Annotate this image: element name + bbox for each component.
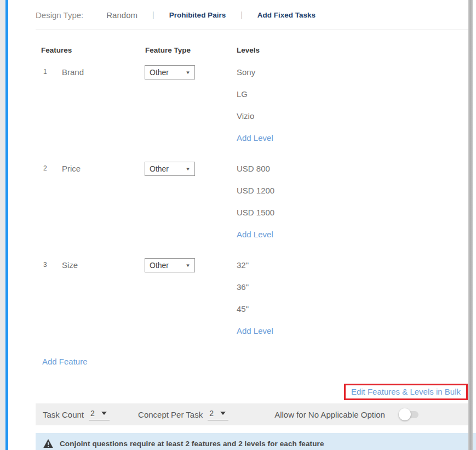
bulk-edit-wrap: Edit Features & Levels in Bulk	[36, 384, 468, 400]
separator: |	[152, 10, 154, 19]
no-applicable-option-label: Allow for No Applicable Option	[274, 410, 385, 419]
concept-per-task-value: 2	[209, 409, 214, 418]
chevron-down-icon	[101, 412, 107, 415]
level-value[interactable]: 32"	[237, 254, 468, 276]
task-count-value: 2	[90, 409, 95, 418]
add-level-link[interactable]: Add Level	[237, 127, 273, 149]
scrollbar-thumb[interactable]	[468, 0, 473, 450]
feature-index: 2	[36, 158, 62, 246]
feature-type-column-header: Feature Type	[143, 39, 233, 61]
feature-row: 1 Brand Other ▼ SonyLGVizioAdd Level	[36, 61, 468, 149]
feature-type-value: Other	[150, 261, 169, 270]
warning-banner: Conjoint questions require at least 2 fe…	[36, 433, 476, 450]
red-annotation-box: Edit Features & Levels in Bulk	[344, 384, 468, 400]
feature-name[interactable]: Size	[62, 254, 143, 342]
accent-bar	[5, 0, 8, 450]
chevron-down-icon: ▼	[185, 263, 191, 268]
feature-row: 2 Price Other ▼ USD 800USD 1200USD 1500A…	[36, 158, 468, 246]
chevron-down-icon: ▼	[185, 70, 191, 75]
feature-type-cell: Other ▼	[143, 61, 233, 149]
level-value[interactable]: Vizio	[237, 105, 468, 127]
levels-list: 32"36"45"Add Level	[233, 254, 468, 342]
feature-type-value: Other	[150, 68, 169, 77]
feature-type-select[interactable]: Other ▼	[145, 65, 195, 79]
feature-type-cell: Other ▼	[143, 158, 233, 246]
level-value[interactable]: 36"	[237, 276, 468, 298]
warning-triangle-icon	[43, 439, 53, 448]
warning-text: Conjoint questions require at least 2 fe…	[60, 440, 324, 448]
level-value[interactable]: 45"	[237, 298, 468, 320]
concept-per-task-group: Concept Per Task 2	[138, 409, 228, 420]
feature-name[interactable]: Price	[62, 158, 143, 246]
feature-name[interactable]: Brand	[62, 61, 143, 149]
features-table-header: Features Feature Type Levels	[36, 39, 468, 61]
conjoint-design-page: Design Type: Random | Prohibited Pairs |…	[0, 0, 476, 450]
design-type-label: Design Type:	[36, 10, 83, 20]
level-value[interactable]: USD 1200	[237, 180, 468, 202]
content-area: Design Type: Random | Prohibited Pairs |…	[36, 0, 468, 450]
add-fixed-tasks-link[interactable]: Add Fixed Tasks	[257, 11, 316, 19]
feature-type-select[interactable]: Other ▼	[145, 258, 195, 272]
no-applicable-option-group: Allow for No Applicable Option	[274, 408, 418, 420]
level-value[interactable]: Sony	[237, 61, 468, 83]
separator: |	[240, 10, 243, 19]
levels-list: USD 800USD 1200USD 1500Add Level	[233, 158, 468, 246]
add-level-link[interactable]: Add Level	[237, 224, 273, 246]
levels-column-header: Levels	[233, 39, 468, 61]
feature-index: 3	[36, 254, 62, 342]
task-count-group: Task Count 2	[43, 409, 110, 420]
add-level-link[interactable]: Add Level	[237, 320, 273, 342]
chevron-down-icon: ▼	[185, 167, 191, 172]
prohibited-pairs-link[interactable]: Prohibited Pairs	[169, 11, 226, 19]
chevron-down-icon	[220, 412, 226, 415]
levels-list: SonyLGVizioAdd Level	[233, 61, 468, 149]
concept-per-task-select[interactable]: 2	[208, 409, 228, 420]
design-type-bar: Design Type: Random | Prohibited Pairs |…	[36, 0, 468, 30]
level-value[interactable]: USD 800	[237, 158, 468, 180]
edit-features-levels-bulk-link[interactable]: Edit Features & Levels in Bulk	[351, 387, 461, 396]
level-value[interactable]: USD 1500	[237, 202, 468, 224]
design-type-option-random[interactable]: Random	[106, 10, 137, 20]
task-settings-bar: Task Count 2 Concept Per Task 2 Allow fo…	[36, 403, 468, 425]
feature-index: 1	[36, 61, 62, 149]
add-feature-link[interactable]: Add Feature	[36, 351, 88, 373]
page-gutter	[0, 0, 5, 450]
feature-row: 3 Size Other ▼ 32"36"45"Add Level	[36, 254, 468, 342]
features-column-header: Features	[36, 39, 143, 61]
task-count-select[interactable]: 2	[89, 409, 110, 420]
toggle-knob	[399, 408, 411, 420]
feature-type-value: Other	[150, 164, 169, 173]
features-table-body: 1 Brand Other ▼ SonyLGVizioAdd Level 2 P…	[36, 61, 468, 342]
feature-type-cell: Other ▼	[143, 254, 233, 342]
no-applicable-option-toggle[interactable]	[399, 408, 418, 420]
task-count-label: Task Count	[43, 410, 84, 419]
feature-type-select[interactable]: Other ▼	[145, 162, 195, 176]
scrollbar[interactable]	[468, 0, 473, 450]
level-value[interactable]: LG	[237, 83, 468, 105]
concept-per-task-label: Concept Per Task	[138, 410, 203, 419]
